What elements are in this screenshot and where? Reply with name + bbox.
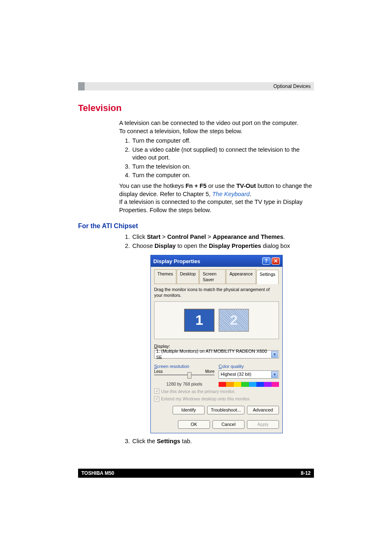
advanced-button[interactable]: Advanced — [247, 406, 279, 414]
close-button[interactable]: ✕ — [272, 257, 280, 265]
ati-step-2: Choose Display to open the Display Prope… — [131, 242, 314, 250]
extend-desktop-checkbox: ✓ Extend my Windows desktop onto this mo… — [154, 396, 279, 402]
subsection-title: For the ATI Chipset — [78, 222, 314, 230]
hotkey-paragraph: You can use the hotkeys Fn + F5 or use t… — [119, 182, 314, 198]
header-accent — [78, 82, 85, 90]
chapter-label: Optional Devices — [273, 83, 311, 89]
monitor-arrangement-area[interactable]: 1 2 — [154, 301, 279, 339]
connection-steps: Turn the computer off. Use a video cable… — [119, 137, 314, 180]
tab-hint: Drag the monitor icons to match the phys… — [154, 287, 279, 298]
step-1: Turn the computer off. — [131, 137, 314, 145]
dialog-title: Display Properties — [153, 258, 200, 265]
intro-paragraph-1: A television can be connected to the vid… — [119, 119, 314, 127]
color-quality-value: Highest (32 bit) — [221, 371, 251, 377]
monitor-1[interactable]: 1 — [184, 309, 214, 332]
chapter-header-bar: Optional Devices — [78, 82, 314, 90]
color-spectrum — [219, 382, 279, 387]
ati-step-1: Click Start > Control Panel > Appearance… — [131, 233, 314, 241]
intro-paragraph-2: To connect a television, follow the step… — [119, 127, 314, 136]
checkbox-icon: ✓ — [154, 396, 159, 402]
color-quality-select[interactable]: Highest (32 bit) ▾ — [219, 370, 279, 379]
cancel-button[interactable]: Cancel — [212, 420, 244, 429]
tab-desktop[interactable]: Desktop — [177, 269, 199, 283]
monitor-2[interactable]: 2 — [219, 309, 249, 332]
identify-button[interactable]: Identify — [173, 406, 205, 414]
dialog-tabs: Themes Desktop Screen Saver Appearance S… — [154, 269, 279, 284]
step-2: Use a video cable (not supplied) to conn… — [131, 146, 314, 162]
keyboard-chapter-link[interactable]: The Keyboard — [212, 191, 249, 197]
troubleshoot-button[interactable]: Troubleshoot... — [207, 406, 244, 414]
ati-step-3: Click the Settings tab. — [131, 437, 314, 446]
resolution-value: 1280 by 768 pixels — [154, 381, 214, 387]
display-select[interactable]: 1. (Multiple Monitors) on ATI MOBILITY R… — [154, 350, 279, 358]
resolution-slider[interactable]: Less More — [154, 371, 214, 379]
tab-themes[interactable]: Themes — [154, 269, 176, 283]
color-quality-label: Color quality — [219, 363, 279, 370]
dialog-titlebar[interactable]: Display Properties ? ✕ — [151, 255, 282, 267]
ok-button[interactable]: OK — [178, 420, 210, 429]
chevron-down-icon: ▾ — [271, 351, 278, 358]
display-select-value: 1. (Multiple Monitors) on ATI MOBILITY R… — [156, 348, 271, 361]
section-title: Television — [78, 103, 314, 113]
ati-steps-continued: Click the Settings tab. — [119, 437, 314, 446]
primary-monitor-checkbox: ✓ Use this device as the primary monitor… — [154, 388, 279, 394]
step-4: Turn the computer on. — [131, 171, 314, 180]
slider-thumb[interactable] — [187, 372, 191, 379]
tab-screen-saver[interactable]: Screen Saver — [199, 269, 226, 283]
help-button[interactable]: ? — [262, 257, 270, 265]
tv-type-note: If a television is connected to the comp… — [119, 198, 314, 214]
checkbox-icon: ✓ — [154, 388, 159, 394]
step-3: Turn the television on. — [131, 163, 314, 171]
tab-settings[interactable]: Settings — [256, 270, 279, 284]
chevron-down-icon: ▾ — [271, 371, 278, 378]
footer-right: 8-12 — [301, 470, 311, 476]
footer-left: TOSHIBA M50 — [81, 470, 114, 476]
display-properties-dialog: Display Properties ? ✕ Themes Desktop Sc… — [150, 255, 283, 433]
tab-appearance[interactable]: Appearance — [226, 269, 256, 283]
ati-steps: Click Start > Control Panel > Appearance… — [119, 233, 314, 250]
page-footer: TOSHIBA M50 8-12 — [78, 469, 314, 478]
apply-button: Apply — [247, 420, 279, 429]
